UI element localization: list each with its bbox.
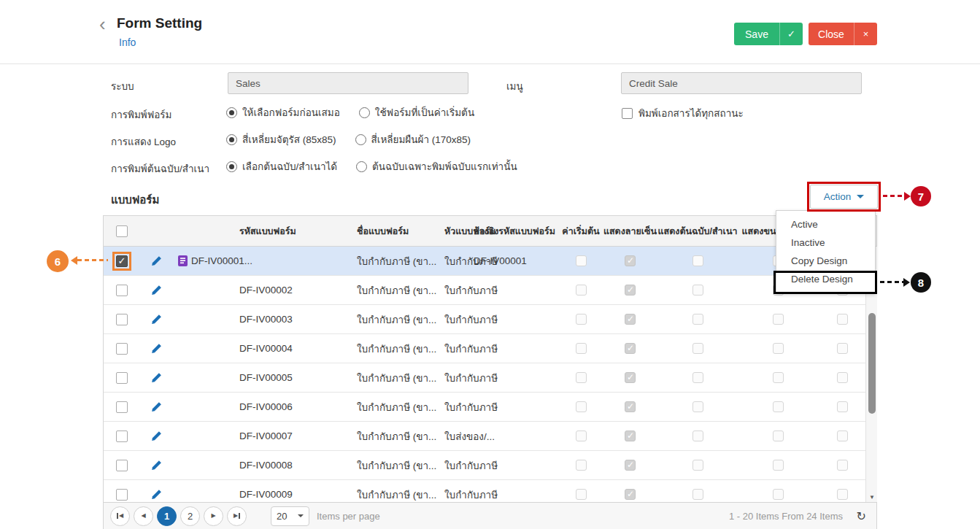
menu-item-copy-design[interactable]: Copy Design	[776, 252, 875, 270]
action-dropdown-button[interactable]: Action	[810, 185, 878, 209]
edit-pencil-icon[interactable]	[151, 430, 162, 441]
page-size-dropdown[interactable]: 20	[271, 506, 309, 526]
col-header-signature: แสดงลายเซ็น	[603, 224, 657, 239]
pager-first-button[interactable]: ◀	[110, 506, 130, 526]
form-name: ใบกำกับภาษี (ขา...	[307, 487, 391, 503]
radio-original-first-print-only[interactable]: ต้นฉบับเฉพาะพิมพ์ฉบับแรกเท่านั้น	[356, 158, 517, 174]
edit-pencil-icon[interactable]	[151, 401, 162, 412]
row-select-checkbox[interactable]	[116, 343, 128, 355]
form-name: ใบกำกับภาษี (ขา...	[307, 253, 391, 269]
radio-select-form-before[interactable]: ให้เลือกฟอร์มก่อนเสมอ	[226, 104, 340, 120]
form-code: DF-IV00007	[239, 430, 293, 441]
annotation-box-checkbox	[112, 252, 131, 271]
radio-logo-rect[interactable]: สี่เหลี่ยมผืนผ้า (170x85)	[355, 131, 471, 147]
default-checkbox	[576, 343, 587, 354]
col-header-original-copy: แสดงต้นฉบับ/สำเนา	[657, 224, 738, 239]
scrollbar-thumb[interactable]	[868, 313, 876, 414]
edit-pencil-icon[interactable]	[151, 372, 162, 383]
edit-cell	[139, 430, 174, 441]
radio-logo-square[interactable]: สี่เหลี่ยมจัตุรัส (85x85)	[226, 131, 336, 147]
pager-next-button[interactable]: ▶	[204, 506, 223, 526]
action-button-label: Action	[824, 191, 852, 202]
logo-radio-group: สี่เหลี่ยมจัตุรัส (85x85) สี่เหลี่ยมผืนผ…	[226, 131, 471, 147]
edit-pencil-icon[interactable]	[151, 489, 162, 500]
arrow-right-icon	[904, 192, 911, 201]
row-select-checkbox[interactable]	[116, 314, 128, 325]
default-checkbox	[576, 255, 587, 266]
row-select-checkbox[interactable]	[116, 460, 128, 471]
row-select-checkbox[interactable]	[116, 285, 128, 296]
signature-checkbox	[625, 489, 636, 500]
edit-pencil-icon[interactable]	[151, 314, 162, 325]
back-chevron-icon[interactable]: ‹	[99, 15, 106, 34]
page-title: Form Setting	[117, 15, 202, 31]
default-checkbox	[576, 460, 587, 471]
form-name: ใบกำกับภาษี (ขา...	[307, 428, 391, 444]
refresh-icon[interactable]: ↻	[857, 509, 866, 523]
default-checkbox	[576, 285, 587, 296]
original-copy-checkbox	[692, 401, 703, 412]
close-x-icon[interactable]: ×	[854, 23, 877, 45]
menu-item-inactive[interactable]: Inactive	[776, 233, 875, 252]
triangle-left-icon: ◀	[119, 513, 123, 519]
row-select-checkbox[interactable]	[116, 489, 128, 501]
print-all-status-checkbox[interactable]: พิมพ์เอกสารได้ทุกสถานะ	[622, 105, 744, 121]
table-row: DF-IV00008 ใบกำกับภาษี (ขา... ใบกำกับภาษ…	[104, 451, 866, 480]
default-checkbox	[576, 314, 587, 325]
form-name: ใบกำกับภาษี (ขา...	[307, 370, 391, 386]
pager-prev-button[interactable]: ◀	[134, 506, 153, 526]
check-icon[interactable]: ✓	[779, 23, 803, 45]
row-select-checkbox[interactable]	[116, 255, 128, 267]
extra-checkbox	[837, 489, 848, 500]
pager-last-button[interactable]: ▶	[227, 506, 247, 526]
edit-pencil-icon[interactable]	[151, 255, 162, 266]
triangle-left-icon: ◀	[141, 513, 145, 519]
default-checkbox	[576, 430, 587, 441]
edit-pencil-icon[interactable]	[151, 285, 162, 296]
form-header-text: ใบส่งของ/...	[391, 428, 468, 444]
edit-pencil-icon[interactable]	[151, 343, 162, 354]
menu-item-active[interactable]: Active	[776, 215, 875, 233]
radio-selected-icon	[226, 107, 237, 118]
pager-page-2-button[interactable]: 2	[180, 506, 200, 526]
form-name: ใบกำกับภาษี (ขา...	[307, 312, 391, 328]
radio-choose-original-copy[interactable]: เลือกต้นฉบับ/สำเนาได้	[226, 158, 337, 174]
edit-pencil-icon[interactable]	[151, 460, 162, 471]
info-tab-link[interactable]: Info	[119, 36, 136, 48]
logo-size-checkbox	[773, 343, 784, 354]
extra-checkbox	[837, 401, 848, 412]
menu-item-delete-design[interactable]: Delete Design	[776, 270, 875, 288]
annotation-marker-7: 7	[911, 186, 931, 206]
edit-cell	[139, 314, 174, 325]
edit-cell	[139, 489, 174, 500]
original-copy-checkbox	[692, 285, 703, 296]
arrow-right-icon	[903, 278, 910, 287]
extra-checkbox	[837, 343, 848, 354]
annotation-dash-8	[880, 281, 903, 283]
signature-checkbox	[625, 401, 636, 412]
scroll-down-icon[interactable]: ▼	[866, 492, 878, 502]
form-code: DF-IV00004	[239, 343, 293, 354]
chevron-down-icon	[298, 514, 304, 517]
form-header-text: ใบกำกับภาษี	[391, 487, 468, 503]
save-button[interactable]: Save ✓	[734, 23, 803, 45]
grid-pager: ◀ ◀ 1 2 ▶ ▶ 20 Items per page 1 - 20 Ite…	[104, 502, 876, 529]
col-header-ref-code: อ้างอิงรหัสแบบฟอร์ม	[468, 224, 559, 239]
row-select-checkbox[interactable]	[116, 401, 128, 413]
form-code: DF-IV00008	[239, 460, 293, 471]
close-button[interactable]: Close ×	[809, 23, 877, 45]
radio-unselected-icon	[355, 134, 366, 145]
radio-unselected-icon	[356, 161, 367, 172]
select-all-checkbox[interactable]	[116, 225, 128, 237]
default-checkbox	[576, 489, 587, 500]
form-name: ใบกำกับภาษี (ขา...	[307, 399, 391, 415]
original-copy-checkbox	[692, 314, 703, 325]
row-select-checkbox[interactable]	[116, 372, 128, 384]
pager-page-1-button[interactable]: 1	[157, 506, 177, 526]
row-select-checkbox[interactable]	[116, 430, 128, 442]
logo-size-checkbox	[773, 314, 784, 325]
radio-use-default-form[interactable]: ใช้ฟอร์มที่เป็นค่าเริ่มต้น	[359, 104, 474, 120]
col-header-form-header: หัวแบบฟอร์ม	[391, 224, 468, 239]
signature-checkbox	[625, 430, 636, 441]
signature-checkbox	[625, 343, 636, 354]
